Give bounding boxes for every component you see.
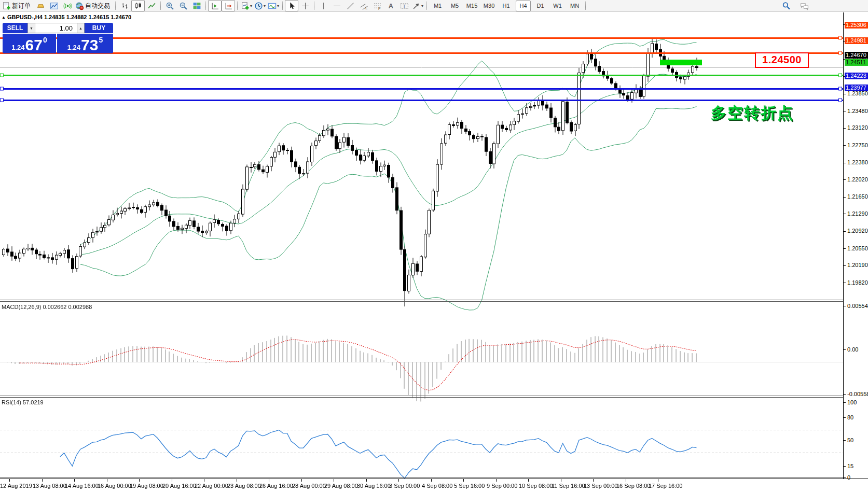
trendline-icon (346, 2, 355, 10)
time-axis-border (0, 479, 868, 479)
line-chart-button[interactable] (145, 0, 158, 11)
chart-window-icon (50, 2, 59, 10)
time-axis-label: 4 Sep 08:00 (422, 483, 452, 489)
hline-icon (333, 2, 341, 10)
pane-separator[interactable] (0, 301, 844, 302)
time-axis-tick (626, 479, 626, 482)
cursor-button[interactable] (285, 0, 298, 11)
timeframe-m5-button[interactable]: M5 (447, 1, 462, 11)
rsi-axis-label: 0 (847, 474, 850, 481)
sell-price-main: 67 (25, 39, 43, 52)
templates-icon (268, 2, 277, 10)
timeframe-d1-button[interactable]: D1 (533, 1, 548, 11)
timeframe-h1-button[interactable]: H1 (499, 1, 514, 11)
buy-price-display[interactable]: 1.24 73 5 (57, 34, 113, 53)
candlestick-chart-button[interactable] (131, 0, 145, 11)
svg-text:E: E (365, 6, 367, 10)
chat-button[interactable] (797, 1, 811, 12)
dropdown-arrow-icon[interactable]: ▾ (277, 4, 279, 8)
zoom-in-button[interactable] (163, 0, 176, 11)
timeframe-h4-button[interactable]: H4 (516, 1, 531, 11)
dropdown-arrow-icon[interactable]: ▾ (421, 4, 423, 8)
gold-ingot-icon (36, 2, 45, 10)
macd-axis-tick (844, 394, 846, 395)
timeframe-mn-button[interactable]: MN (567, 1, 582, 11)
zoom-out-button[interactable] (176, 0, 190, 11)
time-axis-label: 5 Sep 16:00 (454, 483, 485, 489)
rsi-axis-tick (844, 440, 846, 441)
autotrading-button[interactable]: 自动交易 (74, 0, 113, 11)
time-axis-label: 17 Sep 16:00 (649, 483, 682, 489)
sell-price-display[interactable]: 1.24 67 0 (3, 34, 56, 53)
bar-chart-button[interactable] (118, 0, 131, 11)
one-click-collapse-icon[interactable]: ▲ (2, 15, 6, 20)
support-zone-highlight (660, 60, 702, 65)
buy-button[interactable]: BUY (85, 23, 113, 33)
auto-scroll-icon (224, 2, 233, 10)
time-axis-label: 13 Aug 08:00 (33, 483, 66, 489)
time-axis-label: 11 Sep 16:00 (552, 483, 585, 489)
fibonacci-button[interactable]: F (370, 0, 384, 11)
pane-separator[interactable] (0, 396, 844, 396)
time-axis-label: 30 Aug 16:00 (357, 483, 391, 489)
shapes-button[interactable]: ▾ (411, 0, 424, 11)
sell-button[interactable]: SELL (3, 23, 27, 33)
dropdown-arrow-icon[interactable]: ▾ (250, 4, 252, 8)
rsi-axis-label: 80 (847, 414, 853, 421)
vline-button[interactable] (316, 0, 330, 11)
timeframe-m15-button[interactable]: M15 (464, 1, 479, 11)
volume-increase-button[interactable]: ▲ (77, 23, 85, 33)
chart-window-button[interactable] (47, 0, 61, 11)
toolbar-separator (314, 2, 314, 10)
rsi-axis-label: 100 (847, 399, 857, 406)
gold-ingot-button[interactable] (34, 0, 47, 11)
channel-button[interactable]: E (357, 0, 370, 11)
price-axis-tick-label: 1.20550 (847, 245, 868, 252)
main-chart-canvas[interactable] (0, 25, 843, 312)
price-axis-tick (844, 128, 846, 129)
timeframe-w1-button[interactable]: W1 (550, 1, 565, 11)
autotrading-icon (75, 2, 84, 10)
label-button[interactable]: T (397, 0, 411, 11)
time-axis-tick (593, 479, 594, 482)
price-axis-tick (844, 179, 846, 180)
chat-icon (800, 2, 809, 10)
chart-shift-button[interactable] (208, 0, 222, 11)
macd-axis-label: 0.005543 (847, 303, 868, 310)
volume-input[interactable]: 1.00 (35, 23, 77, 33)
buy-price-main: 73 (81, 39, 98, 52)
price-axis-tick (844, 283, 846, 283)
new-order-button[interactable]: 新订单 (1, 0, 34, 11)
channel-icon: E (360, 2, 368, 10)
macd-pane-canvas[interactable] (0, 314, 843, 408)
time-axis-label: 29 Aug 08:00 (324, 483, 358, 489)
indicators-button[interactable]: ▾ (240, 0, 253, 11)
timeframe-m1-button[interactable]: M1 (430, 1, 445, 11)
line-chart-icon (147, 2, 156, 10)
pane-separator[interactable] (0, 397, 844, 398)
price-line-label: 1.24981 (845, 37, 868, 44)
timeframe-m30-button[interactable]: M30 (481, 1, 497, 11)
rsi-indicator-label: RSI(14) 57.0219 (2, 399, 44, 405)
crosshair-button[interactable] (298, 0, 312, 11)
price-level-callout: 1.24500 (755, 52, 809, 68)
hline-button[interactable] (330, 0, 343, 11)
rsi-axis-tick (844, 466, 846, 467)
rsi-axis-label: 50 (847, 437, 853, 444)
tile-windows-button[interactable] (190, 0, 203, 11)
time-axis-label: 23 Aug 08:00 (227, 483, 261, 489)
dropdown-arrow-icon[interactable]: ▾ (264, 4, 266, 8)
templates-button[interactable]: ▾ (267, 0, 280, 11)
volume-decrease-button[interactable]: ▼ (27, 23, 35, 33)
price-axis-tick (844, 265, 846, 266)
periods-button[interactable]: ▾ (253, 0, 267, 11)
signals-button[interactable] (61, 0, 74, 11)
pane-separator[interactable] (0, 300, 844, 300)
text-button[interactable]: A (384, 0, 397, 11)
text-icon: A (387, 2, 395, 10)
auto-scroll-button[interactable] (222, 0, 235, 11)
search-button[interactable] (779, 1, 793, 12)
trendline-button[interactable] (343, 0, 357, 11)
svg-text:A: A (388, 2, 393, 10)
price-axis-tick-label: 1.22020 (847, 176, 868, 183)
